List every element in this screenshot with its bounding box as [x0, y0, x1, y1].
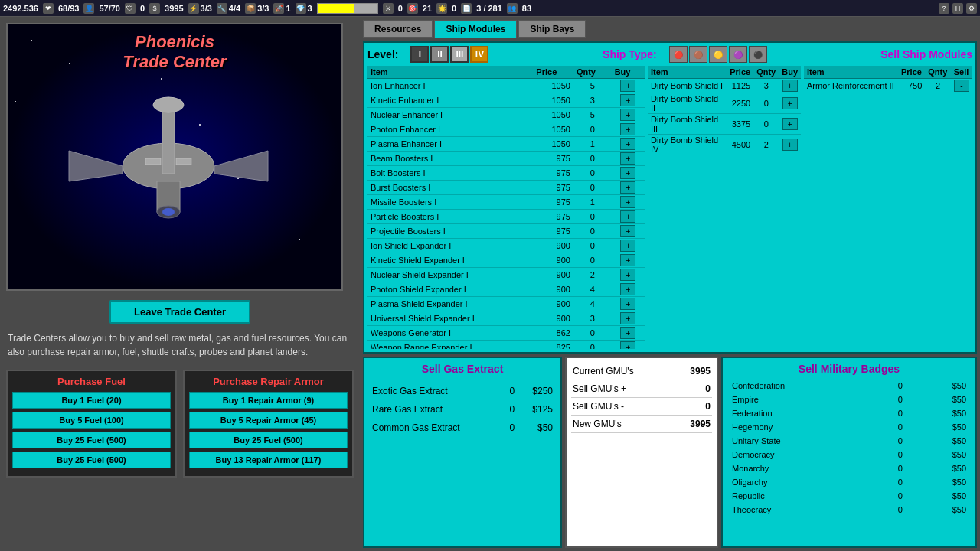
list-item[interactable]: Empire 0 $50	[729, 393, 969, 406]
list-item[interactable]: Common Gas Extract 0 $50	[371, 419, 554, 436]
buy-right-tbody: Dirty Bomb Shield I 1125 3 + Dirty Bomb …	[648, 79, 801, 155]
table-row[interactable]: Kinetic Enhancer I 1050 3 +	[368, 93, 645, 108]
buy-cell[interactable]: +	[612, 195, 645, 210]
buy-cell[interactable]: +	[779, 93, 801, 114]
buy-cell[interactable]: +	[612, 108, 645, 122]
table-row[interactable]: Particle Boosters I 975 0 +	[368, 210, 645, 224]
col-sell-sell: Sell	[951, 66, 972, 79]
list-item[interactable]: Democracy 0 $50	[729, 448, 969, 461]
buy-cell[interactable]: +	[612, 326, 645, 341]
buy-cell[interactable]: +	[612, 79, 645, 93]
table-row[interactable]: Ion Enhancer I 1050 5 +	[368, 79, 645, 93]
buy-fuel-25b-button[interactable]: Buy 25 Fuel (500)	[12, 452, 171, 468]
buy-fuel-5-button[interactable]: Buy 5 Fuel (100)	[12, 412, 171, 429]
tab-resources[interactable]: Resources	[363, 20, 433, 38]
ship-type-3-button[interactable]: 🟡	[709, 46, 727, 63]
buy-repair-5-button[interactable]: Buy 5 Repair Armor (45)	[189, 412, 348, 429]
item-price: 900	[533, 239, 573, 253]
tab-ship-modules[interactable]: Ship Modules	[434, 20, 517, 38]
buy-cell[interactable]: +	[612, 93, 645, 108]
list-item[interactable]: Republic 0 $50	[729, 490, 969, 502]
list-item[interactable]: Hegemony 0 $50	[729, 421, 969, 433]
list-item[interactable]: Monarchy 0 $50	[729, 462, 969, 474]
table-row[interactable]: Photon Shield Expander I 900 4 +	[368, 282, 645, 297]
buy-fuel-1-button[interactable]: Buy 1 Fuel (20)	[12, 392, 171, 409]
table-row[interactable]: Dirty Bomb Shield IV 4500 2 +	[648, 135, 801, 155]
buy-cell[interactable]: +	[612, 311, 645, 326]
ship-type-buttons: 🔴 🟤 🟡 🟣 ⚫	[669, 46, 767, 63]
buy-cell[interactable]: +	[612, 224, 645, 239]
table-row[interactable]: Photon Enhancer I 1050 0 +	[368, 122, 645, 137]
col-qnty-right: Qnty	[753, 66, 779, 79]
buy-cell[interactable]: +	[779, 79, 801, 93]
buy-cell[interactable]: +	[612, 122, 645, 137]
buy-cell[interactable]: +	[612, 137, 645, 152]
list-item[interactable]: Federation 0 $50	[729, 407, 969, 419]
buy-cell[interactable]: +	[612, 152, 645, 166]
table-row[interactable]: Projectile Boosters I 975 0 +	[368, 224, 645, 239]
table-row[interactable]: Beam Boosters I 975 0 +	[368, 152, 645, 166]
table-row[interactable]: Bolt Boosters I 975 0 +	[368, 166, 645, 181]
table-row[interactable]: Nuclear Shield Expander I 900 2 +	[368, 268, 645, 282]
buy-repair-25-button[interactable]: Buy 25 Fuel (500)	[189, 432, 348, 448]
table-row[interactable]: Universal Shield Expander I 900 3 +	[368, 311, 645, 326]
level-4-button[interactable]: IV	[470, 46, 488, 63]
table-row[interactable]: Dirty Bomb Shield II 2250 0 +	[648, 93, 801, 114]
tab-ship-bays[interactable]: Ship Bays	[518, 20, 586, 38]
table-row[interactable]: Plasma Enhancer I 1050 1 +	[368, 137, 645, 152]
level-3-button[interactable]: III	[450, 46, 469, 63]
buy-cell[interactable]: +	[612, 282, 645, 297]
table-row[interactable]: Nuclear Enhancer I 1050 5 +	[368, 108, 645, 122]
ship-type-5-button[interactable]: ⚫	[749, 46, 767, 63]
table-row[interactable]: Ion Shield Expander I 900 0 +	[368, 239, 645, 253]
buy-repair-13-button[interactable]: Buy 13 Repair Armor (117)	[189, 452, 348, 468]
table-row[interactable]: Weapons Generator I 862 0 +	[368, 326, 645, 341]
gmu-row: Sell GMU's - 0	[571, 398, 712, 416]
health-icon: ❤	[43, 3, 54, 14]
list-item[interactable]: Unitary State 0 $50	[729, 435, 969, 447]
list-item[interactable]: Confederation 0 $50	[729, 380, 969, 392]
settings-icon[interactable]: ⚙	[966, 3, 977, 14]
buy-cell[interactable]: +	[612, 166, 645, 181]
leave-trade-center-button[interactable]: Leave Trade Center	[109, 300, 250, 324]
buy-fuel-25a-button[interactable]: Buy 25 Fuel (500)	[12, 432, 171, 448]
list-item[interactable]: Oligarchy 0 $50	[729, 476, 969, 488]
gas-qty: 0	[506, 383, 518, 399]
level-2-button[interactable]: II	[430, 46, 449, 63]
table-row[interactable]: Kinetic Shield Expander I 900 0 +	[368, 253, 645, 268]
home-icon[interactable]: H	[952, 3, 963, 14]
item-price: 750	[898, 79, 925, 93]
list-item[interactable]: Exotic Gas Extract 0 $250	[371, 383, 554, 399]
help-icon[interactable]: ?	[939, 3, 949, 14]
col-buy-left: Buy	[612, 66, 645, 79]
level-1-button[interactable]: I	[410, 46, 429, 63]
table-row[interactable]: Dirty Bomb Shield I 1125 3 +	[648, 79, 801, 93]
buy-cell[interactable]: +	[612, 268, 645, 282]
buy-cell[interactable]: +	[612, 341, 645, 350]
buy-cell[interactable]: +	[612, 181, 645, 195]
table-row[interactable]: Dirty Bomb Shield III 3375 0 +	[648, 114, 801, 135]
gas-name: Rare Gas Extract	[371, 401, 505, 418]
item-price: 900	[533, 253, 573, 268]
buy-cell[interactable]: +	[612, 239, 645, 253]
list-item[interactable]: Rare Gas Extract 0 $125	[371, 401, 554, 418]
list-item[interactable]: Theocracy 0 $50	[729, 504, 969, 516]
buy-cell[interactable]: +	[612, 253, 645, 268]
gmu-label: Sell GMU's -	[573, 401, 624, 412]
buy-cell[interactable]: +	[779, 114, 801, 135]
table-row[interactable]: Plasma Shield Expander I 900 4 +	[368, 297, 645, 311]
buy-cell[interactable]: +	[612, 210, 645, 224]
ship-type-1-button[interactable]: 🔴	[669, 46, 688, 63]
table-row[interactable]: Missile Boosters I 975 1 +	[368, 195, 645, 210]
buy-repair-1-button[interactable]: Buy 1 Repair Armor (9)	[189, 392, 348, 409]
sell-cell[interactable]: -	[951, 79, 972, 93]
table-row[interactable]: Weapon Range Expander I 825 0 +	[368, 341, 645, 350]
item-price: 975	[533, 181, 573, 195]
table-row[interactable]: Burst Boosters I 975 0 +	[368, 181, 645, 195]
ship-type-4-button[interactable]: 🟣	[729, 46, 747, 63]
ship-type-2-button[interactable]: 🟤	[689, 46, 707, 63]
buy-cell[interactable]: +	[612, 297, 645, 311]
table-row[interactable]: Armor Reinforcement II 750 2 -	[804, 79, 972, 93]
shield-icon: 🛡	[125, 3, 136, 14]
buy-cell[interactable]: +	[779, 135, 801, 155]
